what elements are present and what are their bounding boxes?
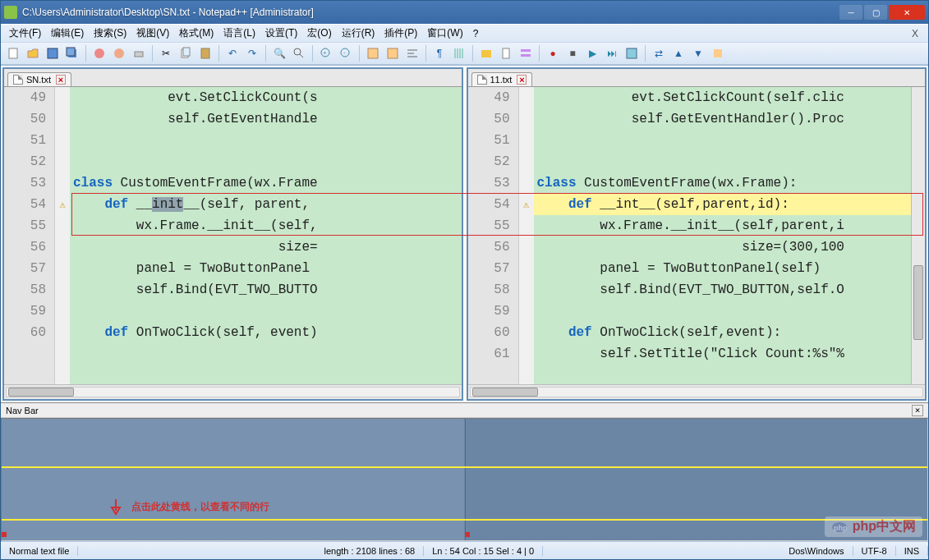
compare-icon[interactable]: ⇄ — [650, 44, 668, 62]
close-all-icon[interactable] — [110, 44, 128, 62]
nav-bar-body[interactable]: 点击此处黄线，以查看不同的行 — [1, 418, 928, 541]
wrap-icon[interactable] — [403, 44, 421, 62]
title-bar: C:\Users\Administrator\Desktop\SN.txt - … — [1, 1, 928, 24]
find-icon[interactable]: 🔍 — [270, 44, 288, 62]
menu-close-doc[interactable]: X — [905, 28, 925, 39]
right-tabbar: 11.txt × — [468, 69, 926, 87]
menu-help[interactable]: ? — [468, 26, 484, 41]
play-multi-icon[interactable]: ⏭ — [603, 44, 621, 62]
right-marker-column: ⚠ — [519, 87, 534, 384]
status-bar: Normal text file length : 2108 lines : 6… — [1, 541, 928, 559]
folder-doc-icon[interactable] — [477, 44, 495, 62]
save-macro-icon[interactable] — [623, 44, 641, 62]
menu-plugins[interactable]: 插件(P) — [379, 25, 422, 42]
svg-rect-22 — [714, 49, 722, 57]
menu-view[interactable]: 视图(V) — [131, 25, 174, 42]
redo-icon[interactable]: ↷ — [243, 44, 261, 62]
svg-rect-19 — [521, 49, 531, 52]
svg-rect-15 — [368, 48, 378, 58]
zoom-in-icon[interactable]: + — [317, 44, 335, 62]
right-code-lines[interactable]: evt.SetClickCount(self.clic self.GetEven… — [534, 87, 926, 384]
status-eol[interactable]: Dos\Windows — [780, 546, 853, 556]
right-hscroll[interactable] — [468, 384, 926, 399]
sync-v-icon[interactable] — [364, 44, 382, 62]
status-position: Ln : 54 Col : 15 Sel : 4 | 0 — [424, 546, 543, 556]
save-icon[interactable] — [44, 44, 62, 62]
svg-rect-21 — [627, 48, 637, 58]
right-pane: 11.txt × 49505152535455565758596061 ⚠ ev… — [467, 67, 927, 401]
close-tab-icon[interactable]: × — [517, 75, 527, 85]
print-icon[interactable] — [130, 44, 148, 62]
left-code-area[interactable]: 495051525354555657585960 ⚠ evt.SetClickC… — [4, 87, 462, 384]
tab-sn[interactable]: SN.txt × — [7, 72, 71, 86]
save-all-icon[interactable] — [63, 44, 81, 62]
nav-down-icon[interactable]: ▼ — [689, 44, 707, 62]
nav-bar-title: Nav Bar × — [1, 403, 928, 418]
open-file-icon[interactable] — [24, 44, 42, 62]
record-macro-icon[interactable]: ● — [544, 44, 562, 62]
left-pane: SN.txt × 495051525354555657585960 ⚠ evt.… — [2, 67, 463, 401]
status-filetype: Normal text file — [1, 546, 78, 556]
svg-point-10 — [294, 48, 301, 55]
right-code-area[interactable]: 49505152535455565758596061 ⚠ evt.SetClic… — [468, 87, 926, 384]
nav-bar-panel: Nav Bar × 点击此处黄线，以查看不同的行 — [1, 402, 928, 541]
undo-icon[interactable]: ↶ — [223, 44, 241, 62]
svg-rect-20 — [521, 54, 531, 57]
svg-rect-8 — [183, 48, 190, 56]
svg-rect-16 — [388, 48, 398, 58]
left-marker-column: ⚠ — [55, 87, 70, 384]
left-code-lines[interactable]: evt.SetClickCount(s self.GetEventHandle … — [70, 87, 462, 384]
svg-text:php: php — [834, 524, 848, 532]
nav-hint: 点击此处黄线，以查看不同的行 — [108, 498, 269, 517]
close-file-icon[interactable] — [90, 44, 108, 62]
close-tab-icon[interactable]: × — [56, 75, 66, 85]
svg-rect-9 — [201, 48, 209, 58]
new-file-icon[interactable] — [4, 44, 22, 62]
replace-icon[interactable] — [290, 44, 308, 62]
doc-map-icon[interactable] — [497, 44, 515, 62]
menu-run[interactable]: 运行(R) — [337, 25, 380, 42]
menu-file[interactable]: 文件(F) — [4, 25, 46, 42]
sync-h-icon[interactable] — [384, 44, 402, 62]
menu-edit[interactable]: 编辑(E) — [46, 25, 89, 42]
menu-macro[interactable]: 宏(O) — [302, 25, 336, 42]
first-diff-icon[interactable] — [709, 44, 727, 62]
app-icon — [4, 6, 17, 19]
close-button[interactable]: ✕ — [889, 5, 925, 20]
svg-rect-17 — [481, 50, 491, 57]
cut-icon[interactable]: ✂ — [157, 44, 175, 62]
play-macro-icon[interactable]: ▶ — [583, 44, 601, 62]
right-vscroll[interactable] — [911, 87, 925, 384]
nav-up-icon[interactable]: ▲ — [669, 44, 688, 62]
document-icon — [13, 75, 23, 85]
status-encoding[interactable]: UTF-8 — [853, 546, 896, 556]
status-ins[interactable]: INS — [896, 546, 928, 556]
copy-icon[interactable] — [177, 44, 195, 62]
maximize-button[interactable]: ▢ — [864, 5, 887, 20]
menu-search[interactable]: 搜索(S) — [89, 25, 131, 42]
svg-text:+: + — [323, 49, 327, 57]
menu-language[interactable]: 语言(L) — [218, 25, 260, 42]
indent-guide-icon[interactable] — [450, 44, 468, 62]
zoom-out-icon[interactable]: - — [337, 44, 355, 62]
minimize-button[interactable]: ─ — [839, 5, 862, 20]
left-hscroll[interactable] — [4, 384, 462, 399]
menu-settings[interactable]: 设置(T) — [260, 25, 302, 42]
watermark: php php中文网 — [825, 516, 922, 537]
left-gutter: 495051525354555657585960 — [4, 87, 55, 384]
status-length: length : 2108 lines : 68 — [315, 546, 424, 556]
menu-format[interactable]: 格式(M) — [174, 25, 218, 42]
document-icon — [477, 75, 487, 85]
menu-window[interactable]: 窗口(W) — [422, 25, 467, 42]
svg-rect-1 — [48, 48, 57, 58]
close-navbar-icon[interactable]: × — [912, 405, 923, 416]
func-list-icon[interactable] — [517, 44, 535, 62]
svg-rect-3 — [67, 48, 75, 56]
svg-point-4 — [94, 48, 104, 58]
show-all-chars-icon[interactable]: ¶ — [430, 44, 448, 62]
tab-label: 11.txt — [490, 75, 513, 85]
stop-macro-icon[interactable]: ■ — [563, 44, 582, 62]
tab-11[interactable]: 11.txt × — [471, 72, 533, 86]
paste-icon[interactable] — [196, 44, 214, 62]
right-gutter: 49505152535455565758596061 — [468, 87, 519, 384]
